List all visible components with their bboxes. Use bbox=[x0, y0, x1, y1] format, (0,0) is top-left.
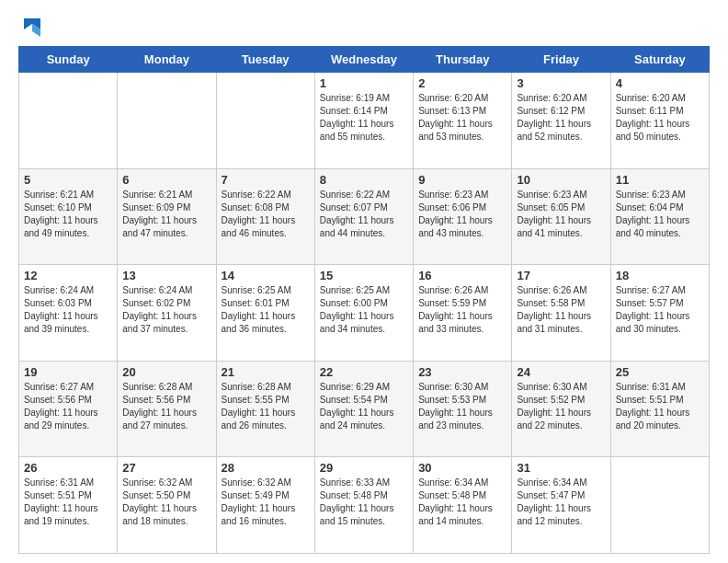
table-row: 30Sunrise: 6:34 AM Sunset: 5:48 PM Dayli… bbox=[414, 457, 512, 554]
table-row: 18Sunrise: 6:27 AM Sunset: 5:57 PM Dayli… bbox=[610, 265, 709, 362]
day-number: 3 bbox=[517, 76, 605, 90]
calendar-table: Sunday Monday Tuesday Wednesday Thursday… bbox=[18, 46, 710, 554]
day-number: 12 bbox=[24, 269, 112, 282]
day-number: 2 bbox=[418, 76, 506, 90]
day-number: 4 bbox=[616, 76, 704, 90]
day-number: 29 bbox=[320, 461, 408, 475]
day-info: Sunrise: 6:28 AM Sunset: 5:56 PM Dayligh… bbox=[122, 381, 210, 432]
day-info: Sunrise: 6:31 AM Sunset: 5:51 PM Dayligh… bbox=[24, 477, 112, 528]
day-number: 8 bbox=[320, 173, 408, 187]
col-sunday: Sunday bbox=[19, 47, 118, 73]
day-number: 27 bbox=[122, 461, 210, 475]
table-row: 19Sunrise: 6:27 AM Sunset: 5:56 PM Dayli… bbox=[19, 361, 118, 457]
table-row: 11Sunrise: 6:23 AM Sunset: 6:04 PM Dayli… bbox=[610, 168, 709, 265]
day-number: 11 bbox=[616, 173, 704, 187]
day-info: Sunrise: 6:26 AM Sunset: 5:59 PM Dayligh… bbox=[418, 284, 506, 336]
day-number: 14 bbox=[222, 269, 310, 282]
day-info: Sunrise: 6:33 AM Sunset: 5:48 PM Dayligh… bbox=[320, 477, 408, 528]
calendar-week-row: 5Sunrise: 6:21 AM Sunset: 6:10 PM Daylig… bbox=[19, 168, 710, 265]
day-info: Sunrise: 6:23 AM Sunset: 6:04 PM Dayligh… bbox=[616, 189, 704, 240]
table-row: 5Sunrise: 6:21 AM Sunset: 6:10 PM Daylig… bbox=[19, 168, 118, 265]
day-info: Sunrise: 6:22 AM Sunset: 6:08 PM Dayligh… bbox=[222, 189, 310, 240]
day-info: Sunrise: 6:27 AM Sunset: 5:56 PM Dayligh… bbox=[24, 381, 112, 432]
table-row: 1Sunrise: 6:19 AM Sunset: 6:14 PM Daylig… bbox=[314, 73, 413, 169]
day-number: 13 bbox=[122, 269, 210, 282]
calendar-header-row: Sunday Monday Tuesday Wednesday Thursday… bbox=[19, 47, 710, 73]
day-number: 21 bbox=[222, 365, 310, 379]
table-row bbox=[118, 73, 216, 169]
day-info: Sunrise: 6:19 AM Sunset: 6:14 PM Dayligh… bbox=[320, 92, 408, 144]
day-number: 9 bbox=[418, 173, 506, 187]
day-number: 25 bbox=[616, 365, 704, 379]
day-number: 6 bbox=[122, 173, 210, 187]
calendar-week-row: 26Sunrise: 6:31 AM Sunset: 5:51 PM Dayli… bbox=[19, 457, 710, 554]
table-row: 22Sunrise: 6:29 AM Sunset: 5:54 PM Dayli… bbox=[314, 361, 413, 457]
day-info: Sunrise: 6:24 AM Sunset: 6:02 PM Dayligh… bbox=[122, 284, 210, 336]
day-info: Sunrise: 6:20 AM Sunset: 6:13 PM Dayligh… bbox=[418, 92, 506, 144]
day-info: Sunrise: 6:23 AM Sunset: 6:05 PM Dayligh… bbox=[517, 189, 605, 240]
table-row: 26Sunrise: 6:31 AM Sunset: 5:51 PM Dayli… bbox=[19, 457, 118, 554]
table-row: 24Sunrise: 6:30 AM Sunset: 5:52 PM Dayli… bbox=[512, 361, 610, 457]
day-info: Sunrise: 6:31 AM Sunset: 5:51 PM Dayligh… bbox=[616, 381, 704, 432]
table-row: 29Sunrise: 6:33 AM Sunset: 5:48 PM Dayli… bbox=[314, 457, 413, 554]
logo bbox=[18, 15, 46, 37]
table-row: 25Sunrise: 6:31 AM Sunset: 5:51 PM Dayli… bbox=[610, 361, 709, 457]
day-info: Sunrise: 6:25 AM Sunset: 6:00 PM Dayligh… bbox=[320, 284, 408, 336]
day-number: 7 bbox=[222, 173, 310, 187]
day-info: Sunrise: 6:20 AM Sunset: 6:12 PM Dayligh… bbox=[517, 92, 605, 144]
day-number: 23 bbox=[418, 365, 506, 379]
day-number: 24 bbox=[517, 365, 605, 379]
table-row: 12Sunrise: 6:24 AM Sunset: 6:03 PM Dayli… bbox=[19, 265, 118, 362]
calendar-week-row: 19Sunrise: 6:27 AM Sunset: 5:56 PM Dayli… bbox=[19, 361, 710, 457]
col-wednesday: Wednesday bbox=[314, 47, 413, 73]
day-number: 1 bbox=[320, 76, 408, 90]
day-info: Sunrise: 6:22 AM Sunset: 6:07 PM Dayligh… bbox=[320, 189, 408, 240]
day-number: 18 bbox=[616, 269, 704, 282]
day-info: Sunrise: 6:29 AM Sunset: 5:54 PM Dayligh… bbox=[320, 381, 408, 432]
table-row: 27Sunrise: 6:32 AM Sunset: 5:50 PM Dayli… bbox=[118, 457, 216, 554]
table-row bbox=[19, 73, 118, 169]
col-saturday: Saturday bbox=[610, 47, 709, 73]
day-info: Sunrise: 6:26 AM Sunset: 5:58 PM Dayligh… bbox=[517, 284, 605, 336]
day-info: Sunrise: 6:30 AM Sunset: 5:53 PM Dayligh… bbox=[418, 381, 506, 432]
table-row: 10Sunrise: 6:23 AM Sunset: 6:05 PM Dayli… bbox=[512, 168, 610, 265]
header bbox=[18, 15, 710, 37]
table-row: 28Sunrise: 6:32 AM Sunset: 5:49 PM Dayli… bbox=[216, 457, 314, 554]
day-number: 15 bbox=[320, 269, 408, 282]
day-number: 22 bbox=[320, 365, 408, 379]
day-info: Sunrise: 6:32 AM Sunset: 5:49 PM Dayligh… bbox=[222, 477, 310, 528]
day-info: Sunrise: 6:32 AM Sunset: 5:50 PM Dayligh… bbox=[122, 477, 210, 528]
table-row: 21Sunrise: 6:28 AM Sunset: 5:55 PM Dayli… bbox=[216, 361, 314, 457]
day-number: 20 bbox=[122, 365, 210, 379]
table-row: 6Sunrise: 6:21 AM Sunset: 6:09 PM Daylig… bbox=[118, 168, 216, 265]
day-info: Sunrise: 6:20 AM Sunset: 6:11 PM Dayligh… bbox=[616, 92, 704, 144]
table-row: 2Sunrise: 6:20 AM Sunset: 6:13 PM Daylig… bbox=[414, 73, 512, 169]
table-row: 20Sunrise: 6:28 AM Sunset: 5:56 PM Dayli… bbox=[118, 361, 216, 457]
day-number: 17 bbox=[517, 269, 605, 282]
table-row: 13Sunrise: 6:24 AM Sunset: 6:02 PM Dayli… bbox=[118, 265, 216, 362]
table-row: 4Sunrise: 6:20 AM Sunset: 6:11 PM Daylig… bbox=[610, 73, 709, 169]
table-row: 31Sunrise: 6:34 AM Sunset: 5:47 PM Dayli… bbox=[512, 457, 610, 554]
table-row: 17Sunrise: 6:26 AM Sunset: 5:58 PM Dayli… bbox=[512, 265, 610, 362]
calendar-week-row: 1Sunrise: 6:19 AM Sunset: 6:14 PM Daylig… bbox=[19, 73, 710, 169]
day-info: Sunrise: 6:24 AM Sunset: 6:03 PM Dayligh… bbox=[24, 284, 112, 336]
table-row bbox=[216, 73, 314, 169]
day-number: 10 bbox=[517, 173, 605, 187]
col-monday: Monday bbox=[118, 47, 216, 73]
day-number: 28 bbox=[222, 461, 310, 475]
col-tuesday: Tuesday bbox=[216, 47, 314, 73]
col-friday: Friday bbox=[512, 47, 610, 73]
day-info: Sunrise: 6:21 AM Sunset: 6:09 PM Dayligh… bbox=[122, 189, 210, 240]
day-number: 5 bbox=[24, 173, 112, 187]
day-info: Sunrise: 6:25 AM Sunset: 6:01 PM Dayligh… bbox=[222, 284, 310, 336]
table-row: 14Sunrise: 6:25 AM Sunset: 6:01 PM Dayli… bbox=[216, 265, 314, 362]
day-number: 31 bbox=[517, 461, 605, 475]
table-row: 16Sunrise: 6:26 AM Sunset: 5:59 PM Dayli… bbox=[414, 265, 512, 362]
day-number: 30 bbox=[418, 461, 506, 475]
logo-icon bbox=[20, 15, 46, 40]
table-row: 9Sunrise: 6:23 AM Sunset: 6:06 PM Daylig… bbox=[414, 168, 512, 265]
day-info: Sunrise: 6:34 AM Sunset: 5:47 PM Dayligh… bbox=[517, 477, 605, 528]
day-info: Sunrise: 6:34 AM Sunset: 5:48 PM Dayligh… bbox=[418, 477, 506, 528]
page: Sunday Monday Tuesday Wednesday Thursday… bbox=[0, 0, 728, 563]
day-number: 26 bbox=[24, 461, 112, 475]
